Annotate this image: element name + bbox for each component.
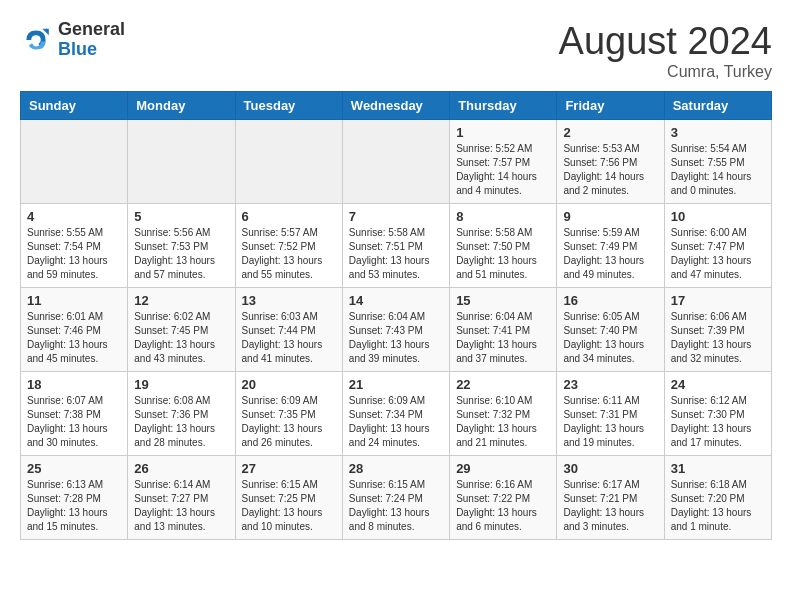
logo-text: General Blue (58, 20, 125, 60)
calendar-cell: 7Sunrise: 5:58 AM Sunset: 7:51 PM Daylig… (342, 204, 449, 288)
calendar-cell (21, 120, 128, 204)
calendar-cell: 12Sunrise: 6:02 AM Sunset: 7:45 PM Dayli… (128, 288, 235, 372)
calendar-cell: 8Sunrise: 5:58 AM Sunset: 7:50 PM Daylig… (450, 204, 557, 288)
calendar-week-row: 4Sunrise: 5:55 AM Sunset: 7:54 PM Daylig… (21, 204, 772, 288)
calendar-cell: 19Sunrise: 6:08 AM Sunset: 7:36 PM Dayli… (128, 372, 235, 456)
calendar-week-row: 25Sunrise: 6:13 AM Sunset: 7:28 PM Dayli… (21, 456, 772, 540)
day-info: Sunrise: 6:01 AM Sunset: 7:46 PM Dayligh… (27, 310, 121, 366)
day-info: Sunrise: 5:52 AM Sunset: 7:57 PM Dayligh… (456, 142, 550, 198)
day-number: 24 (671, 377, 765, 392)
calendar-cell: 18Sunrise: 6:07 AM Sunset: 7:38 PM Dayli… (21, 372, 128, 456)
calendar-cell: 5Sunrise: 5:56 AM Sunset: 7:53 PM Daylig… (128, 204, 235, 288)
day-number: 9 (563, 209, 657, 224)
day-number: 15 (456, 293, 550, 308)
day-number: 23 (563, 377, 657, 392)
calendar-cell: 3Sunrise: 5:54 AM Sunset: 7:55 PM Daylig… (664, 120, 771, 204)
logo: General Blue (20, 20, 125, 60)
day-info: Sunrise: 5:58 AM Sunset: 7:50 PM Dayligh… (456, 226, 550, 282)
day-info: Sunrise: 6:03 AM Sunset: 7:44 PM Dayligh… (242, 310, 336, 366)
calendar-table: SundayMondayTuesdayWednesdayThursdayFrid… (20, 91, 772, 540)
day-number: 11 (27, 293, 121, 308)
day-number: 29 (456, 461, 550, 476)
page-header: General Blue August 2024 Cumra, Turkey (20, 20, 772, 81)
weekday-header-friday: Friday (557, 92, 664, 120)
weekday-header-wednesday: Wednesday (342, 92, 449, 120)
day-number: 31 (671, 461, 765, 476)
day-number: 28 (349, 461, 443, 476)
calendar-cell: 22Sunrise: 6:10 AM Sunset: 7:32 PM Dayli… (450, 372, 557, 456)
calendar-cell: 1Sunrise: 5:52 AM Sunset: 7:57 PM Daylig… (450, 120, 557, 204)
weekday-header-thursday: Thursday (450, 92, 557, 120)
day-info: Sunrise: 6:00 AM Sunset: 7:47 PM Dayligh… (671, 226, 765, 282)
calendar-cell: 29Sunrise: 6:16 AM Sunset: 7:22 PM Dayli… (450, 456, 557, 540)
calendar-cell: 20Sunrise: 6:09 AM Sunset: 7:35 PM Dayli… (235, 372, 342, 456)
day-info: Sunrise: 6:15 AM Sunset: 7:25 PM Dayligh… (242, 478, 336, 534)
logo-general: General (58, 20, 125, 40)
calendar-cell: 16Sunrise: 6:05 AM Sunset: 7:40 PM Dayli… (557, 288, 664, 372)
day-number: 1 (456, 125, 550, 140)
day-number: 13 (242, 293, 336, 308)
day-number: 10 (671, 209, 765, 224)
day-number: 16 (563, 293, 657, 308)
day-info: Sunrise: 6:11 AM Sunset: 7:31 PM Dayligh… (563, 394, 657, 450)
day-info: Sunrise: 6:08 AM Sunset: 7:36 PM Dayligh… (134, 394, 228, 450)
day-info: Sunrise: 5:54 AM Sunset: 7:55 PM Dayligh… (671, 142, 765, 198)
day-info: Sunrise: 5:55 AM Sunset: 7:54 PM Dayligh… (27, 226, 121, 282)
calendar-week-row: 18Sunrise: 6:07 AM Sunset: 7:38 PM Dayli… (21, 372, 772, 456)
day-info: Sunrise: 6:18 AM Sunset: 7:20 PM Dayligh… (671, 478, 765, 534)
day-info: Sunrise: 6:15 AM Sunset: 7:24 PM Dayligh… (349, 478, 443, 534)
day-info: Sunrise: 6:13 AM Sunset: 7:28 PM Dayligh… (27, 478, 121, 534)
day-info: Sunrise: 6:06 AM Sunset: 7:39 PM Dayligh… (671, 310, 765, 366)
day-number: 3 (671, 125, 765, 140)
day-number: 21 (349, 377, 443, 392)
calendar-cell: 2Sunrise: 5:53 AM Sunset: 7:56 PM Daylig… (557, 120, 664, 204)
day-info: Sunrise: 6:14 AM Sunset: 7:27 PM Dayligh… (134, 478, 228, 534)
day-number: 22 (456, 377, 550, 392)
weekday-header-tuesday: Tuesday (235, 92, 342, 120)
day-number: 17 (671, 293, 765, 308)
day-info: Sunrise: 6:09 AM Sunset: 7:35 PM Dayligh… (242, 394, 336, 450)
calendar-cell: 23Sunrise: 6:11 AM Sunset: 7:31 PM Dayli… (557, 372, 664, 456)
day-info: Sunrise: 5:59 AM Sunset: 7:49 PM Dayligh… (563, 226, 657, 282)
day-info: Sunrise: 5:53 AM Sunset: 7:56 PM Dayligh… (563, 142, 657, 198)
weekday-header-monday: Monday (128, 92, 235, 120)
day-info: Sunrise: 6:04 AM Sunset: 7:41 PM Dayligh… (456, 310, 550, 366)
day-info: Sunrise: 5:56 AM Sunset: 7:53 PM Dayligh… (134, 226, 228, 282)
calendar-week-row: 1Sunrise: 5:52 AM Sunset: 7:57 PM Daylig… (21, 120, 772, 204)
day-info: Sunrise: 6:05 AM Sunset: 7:40 PM Dayligh… (563, 310, 657, 366)
month-year: August 2024 (559, 20, 772, 63)
calendar-cell: 4Sunrise: 5:55 AM Sunset: 7:54 PM Daylig… (21, 204, 128, 288)
day-number: 7 (349, 209, 443, 224)
calendar-header: SundayMondayTuesdayWednesdayThursdayFrid… (21, 92, 772, 120)
calendar-cell: 6Sunrise: 5:57 AM Sunset: 7:52 PM Daylig… (235, 204, 342, 288)
logo-blue: Blue (58, 40, 125, 60)
calendar-cell (235, 120, 342, 204)
calendar-cell: 9Sunrise: 5:59 AM Sunset: 7:49 PM Daylig… (557, 204, 664, 288)
day-number: 30 (563, 461, 657, 476)
calendar-cell: 14Sunrise: 6:04 AM Sunset: 7:43 PM Dayli… (342, 288, 449, 372)
weekday-header-saturday: Saturday (664, 92, 771, 120)
calendar-cell: 28Sunrise: 6:15 AM Sunset: 7:24 PM Dayli… (342, 456, 449, 540)
day-number: 6 (242, 209, 336, 224)
weekday-header-sunday: Sunday (21, 92, 128, 120)
day-number: 12 (134, 293, 228, 308)
day-number: 14 (349, 293, 443, 308)
day-info: Sunrise: 6:10 AM Sunset: 7:32 PM Dayligh… (456, 394, 550, 450)
day-number: 4 (27, 209, 121, 224)
calendar-week-row: 11Sunrise: 6:01 AM Sunset: 7:46 PM Dayli… (21, 288, 772, 372)
day-info: Sunrise: 5:57 AM Sunset: 7:52 PM Dayligh… (242, 226, 336, 282)
calendar-cell: 31Sunrise: 6:18 AM Sunset: 7:20 PM Dayli… (664, 456, 771, 540)
day-info: Sunrise: 5:58 AM Sunset: 7:51 PM Dayligh… (349, 226, 443, 282)
calendar-cell: 24Sunrise: 6:12 AM Sunset: 7:30 PM Dayli… (664, 372, 771, 456)
day-info: Sunrise: 6:04 AM Sunset: 7:43 PM Dayligh… (349, 310, 443, 366)
calendar-cell: 26Sunrise: 6:14 AM Sunset: 7:27 PM Dayli… (128, 456, 235, 540)
day-info: Sunrise: 6:09 AM Sunset: 7:34 PM Dayligh… (349, 394, 443, 450)
day-number: 20 (242, 377, 336, 392)
day-info: Sunrise: 6:12 AM Sunset: 7:30 PM Dayligh… (671, 394, 765, 450)
location: Cumra, Turkey (559, 63, 772, 81)
calendar-cell (128, 120, 235, 204)
title-area: August 2024 Cumra, Turkey (559, 20, 772, 81)
day-info: Sunrise: 6:07 AM Sunset: 7:38 PM Dayligh… (27, 394, 121, 450)
day-number: 25 (27, 461, 121, 476)
day-number: 8 (456, 209, 550, 224)
